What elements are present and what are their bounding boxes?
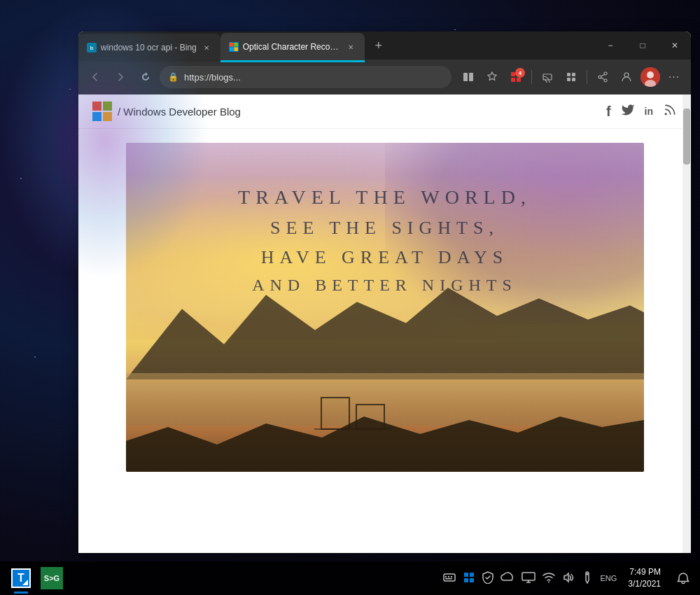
taskbar-item-sg[interactable]: S>G [36,563,67,594]
tab-manager-button[interactable] [560,66,582,88]
avatar[interactable] [639,66,662,88]
refresh-button[interactable] [134,66,157,88]
lock-icon: 🔒 [168,72,178,82]
svg-rect-14 [572,78,575,81]
notification-button[interactable] [672,567,694,589]
tab-ocr-favicon [229,42,239,52]
svg-point-22 [665,113,666,115]
image-text-line1: Travel the World, [154,182,616,214]
social-icons: f in [606,103,677,120]
svg-point-16 [604,79,607,82]
svg-rect-33 [464,573,468,577]
maximize-button[interactable]: □ [626,31,659,59]
language-indicator[interactable]: ENG [600,574,617,582]
address-text: https://blogs... [184,72,443,83]
site-title: / Windows Developer Blog [118,106,241,118]
new-tab-button[interactable]: + [368,34,390,57]
tab-bing-close[interactable]: ✕ [201,42,212,53]
linkedin-icon[interactable]: in [645,106,653,117]
svg-rect-32 [445,578,452,580]
site-logo-area: / Windows Developer Blog [92,102,241,121]
svg-rect-30 [448,576,449,578]
image-text: Travel the World, See the Sights, Have G… [126,182,644,298]
svg-rect-1 [234,43,238,47]
svg-rect-26 [356,405,384,429]
svg-rect-12 [572,73,575,76]
svg-rect-2 [230,48,234,52]
svg-point-17 [598,76,601,78]
svg-point-39 [587,573,589,575]
cast-button[interactable] [536,66,559,88]
facebook-icon[interactable]: f [606,104,611,120]
close-button[interactable]: ✕ [659,31,691,59]
svg-rect-29 [445,576,447,578]
store-icon[interactable] [463,571,475,586]
collections-button[interactable]: 4 [505,66,527,88]
logo-yellow [103,112,112,121]
display-icon[interactable] [522,572,536,585]
svg-rect-36 [470,578,474,582]
profile-icon[interactable] [615,66,638,88]
rss-icon[interactable] [663,103,677,120]
svg-rect-31 [451,576,452,578]
clock-time: 7:49 PM [628,566,661,578]
nav-separator-2 [587,70,587,84]
svg-rect-3 [234,48,238,52]
tab-bing-favicon: b [87,43,97,52]
wifi-icon[interactable] [542,572,555,585]
tab-ocr[interactable]: Optical Character Recognition (O... ✕ [220,33,365,61]
taskbar-item-t[interactable]: T [6,563,36,594]
site-header: / Windows Developer Blog f in [78,94,691,129]
travel-image: Travel the World, See the Sights, Have G… [126,143,644,472]
desktop: b windows 10 ocr api - Bing ✕ Optical Ch… [0,0,700,595]
svg-rect-5 [469,73,473,81]
image-text-line2: See the Sights, [154,214,616,243]
svg-point-20 [647,71,654,78]
minimize-button[interactable]: − [594,31,626,59]
navbar: 🔒 https://blogs... 4 [78,59,691,94]
forward-button[interactable] [109,66,132,88]
svg-point-18 [624,73,629,77]
tab-ocr-close[interactable]: ✕ [345,41,356,52]
tab-bing[interactable]: b windows 10 ocr api - Bing ✕ [78,34,220,62]
browser-scrollbar[interactable] [682,94,691,553]
collections-badge: 4 [515,68,525,78]
svg-rect-8 [511,78,515,82]
titlebar: b windows 10 ocr api - Bing ✕ Optical Ch… [78,31,691,59]
nav-separator-1 [531,70,532,84]
t-icon: T [11,568,31,588]
logo-blue [92,112,102,121]
svg-rect-35 [464,578,468,582]
more-button[interactable]: ··· [663,66,685,88]
svg-rect-13 [567,78,570,81]
system-icons: ENG [443,571,617,586]
volume-icon[interactable] [562,571,575,586]
reader-view-button[interactable] [457,66,479,88]
svg-rect-34 [470,573,474,577]
address-bar[interactable]: 🔒 https://blogs... [160,66,451,88]
nav-tools: 4 [457,66,685,88]
image-text-line3: Have Great Days [154,243,616,272]
cloud-icon[interactable] [500,572,514,585]
image-text-line4: And Better Nights [154,272,616,298]
clock-date: 3/1/2021 [628,578,661,590]
logo-red [92,102,102,111]
cursor-icon [22,580,28,585]
dock-svg [307,391,398,433]
svg-rect-4 [463,73,468,81]
favorites-button[interactable] [481,66,503,88]
article-image-container: Travel the World, See the Sights, Have G… [78,129,691,486]
svg-rect-11 [567,73,570,76]
back-button[interactable] [84,66,106,88]
svg-rect-9 [517,78,521,82]
window-controls: − □ ✕ [594,31,691,59]
content-area[interactable]: / Windows Developer Blog f in [78,94,691,553]
touch-keyboard-icon[interactable] [443,571,456,586]
pen-icon[interactable] [582,571,593,586]
taskbar-clock[interactable]: 7:49 PM 3/1/2021 [622,566,666,590]
security-icon[interactable] [482,571,493,586]
share-button[interactable] [592,66,614,88]
twitter-icon[interactable] [621,103,635,120]
active-tab-indicator [220,60,365,62]
scrollbar-thumb[interactable] [683,108,690,164]
